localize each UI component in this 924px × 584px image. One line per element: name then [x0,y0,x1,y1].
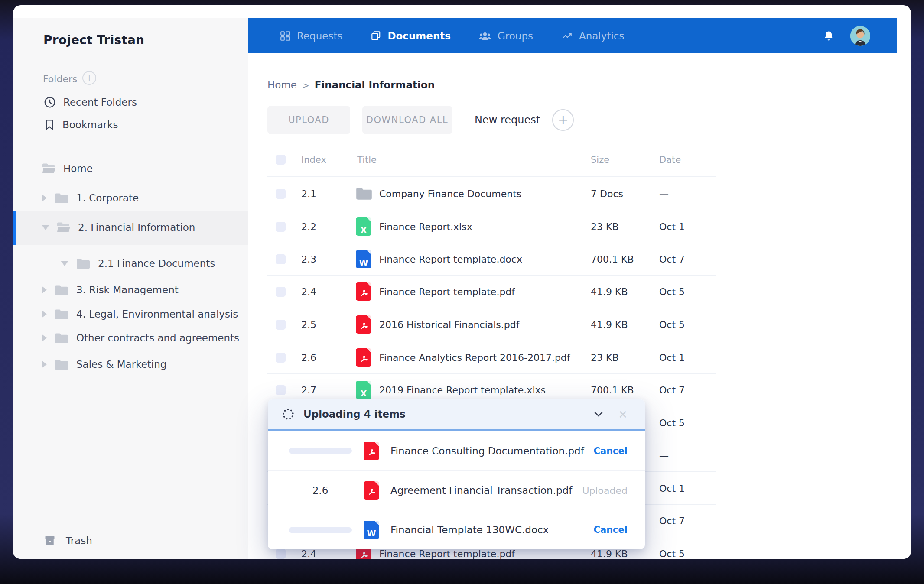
row-size: 700.1 KB [591,254,634,265]
tab-analytics[interactable]: Analytics [561,30,624,42]
row-date: — [659,188,669,199]
bell-icon[interactable] [823,29,835,42]
table-row[interactable]: 2.2 X Finance Report.xlsx 23 KB Oct 1 [248,210,716,243]
desktop-background: Project Tristan Folders + Recent Folders… [0,0,924,584]
upload-modal-header: Uploading 4 items ✕ [268,399,645,429]
main-content: Home > Financial Information UPLOAD DOWN… [248,53,911,559]
sidebar-item-bookmarks[interactable]: Bookmarks [43,116,118,134]
row-date: Oct 5 [659,286,685,297]
upload-item: 2.6 Agreement Financial Transaction.pdf … [268,470,645,510]
chevron-down-icon[interactable] [61,261,68,266]
tab-documents[interactable]: Documents [370,30,451,42]
row-title[interactable]: Finance Analytics Report 2016-2017.pdf [379,352,570,363]
sidebar-item-sales-marketing[interactable]: Sales & Marketing [42,355,166,374]
row-title[interactable]: 2019 Finance Report template.xlxs [379,385,546,396]
chevron-right-icon[interactable] [42,310,47,318]
row-size: 41.9 KB [591,548,628,559]
tab-groups[interactable]: Groups [478,30,533,42]
breadcrumb-current: Financial Information [315,79,435,91]
row-title[interactable]: Finance Report template.pdf [379,548,515,559]
avatar[interactable] [850,26,870,46]
download-all-button[interactable]: DOWNLOAD ALL [362,106,452,134]
row-checkbox[interactable] [276,222,286,232]
sidebar-item-risk-management[interactable]: 3. Risk Management [42,280,179,299]
sidebar-item-home[interactable]: Home [42,159,93,178]
table-row[interactable]: 2.4 Finance Report template.pdf 41.9 KB … [248,275,716,308]
select-all-checkbox[interactable] [276,155,286,165]
chevron-right-icon[interactable] [42,194,47,202]
chevron-down-icon[interactable] [42,225,49,230]
folder-icon [55,285,68,295]
sidebar-item-finance-documents[interactable]: 2.1 Finance Documents [61,254,215,273]
upload-button[interactable]: UPLOAD [267,106,350,134]
grid-icon [280,30,291,42]
top-nav: Requests Documents Groups Analytics [248,18,897,53]
sidebar-item-legal-environmental[interactable]: 4. Legal, Environmental analysis [42,305,238,324]
upload-file-name: Agreement Financial Transaction.pdf [390,485,572,496]
row-checkbox[interactable] [276,254,286,264]
table-row[interactable]: 2.3 W Finance Report template.docx 700.1… [248,243,716,276]
row-index: 2.5 [301,319,316,330]
row-date: Oct 5 [659,418,685,428]
row-checkbox[interactable] [276,320,286,330]
row-title[interactable]: Finance Report template.docx [379,254,522,265]
trash-icon [43,535,56,547]
row-date: Oct 7 [659,254,685,265]
tab-requests[interactable]: Requests [280,30,342,42]
sidebar: Project Tristan Folders + Recent Folders… [13,18,248,559]
row-date: Oct 7 [659,516,685,526]
close-icon[interactable]: ✕ [618,408,628,421]
row-checkbox[interactable] [276,549,286,559]
row-title[interactable]: Finance Report.xlsx [379,221,472,232]
pdf-file-icon [356,315,371,334]
table-row[interactable]: 2.1 Company Finance Documents 7 Docs — [248,177,716,210]
new-request-label: New request [475,114,540,126]
add-folder-button[interactable]: + [82,71,96,85]
row-index: 2.6 [301,352,316,363]
breadcrumb-home-link[interactable]: Home [267,79,297,91]
row-checkbox[interactable] [276,385,286,395]
row-title[interactable]: Company Finance Documents [379,188,521,199]
selected-row-accent-bar [13,211,16,245]
documents-icon [370,30,381,42]
sidebar-item-other-contracts[interactable]: Other contracts and agreements [42,328,239,347]
item-progress-track [289,527,352,533]
tab-label: Requests [297,30,342,42]
row-index: 2.1 [301,188,316,199]
tab-label: Groups [498,30,533,42]
row-checkbox[interactable] [276,353,286,363]
row-size: 700.1 KB [591,385,634,396]
row-checkbox[interactable] [276,287,286,297]
sidebar-item-trash[interactable]: Trash [43,532,92,550]
chevron-right-icon[interactable] [42,286,47,294]
row-checkbox[interactable] [276,189,286,199]
row-date: Oct 1 [659,352,685,363]
sidebar-item-financial-information[interactable]: 2. Financial Information [42,218,195,237]
cancel-upload-link[interactable]: Cancel [594,525,628,535]
folders-section-label: Folders [43,74,77,84]
sidebar-item-recent-folders[interactable]: Recent Folders [43,93,137,111]
table-row[interactable]: 2.5 2016 Historical Financials.pdf 41.9 … [248,308,716,341]
tab-label: Documents [387,30,451,42]
row-title[interactable]: Finance Report template.pdf [379,286,515,297]
table-header: Index Title Size Date [248,151,716,169]
chevron-right-icon[interactable] [42,360,47,368]
collapse-chevron-icon[interactable] [594,411,603,418]
cancel-upload-link[interactable]: Cancel [594,446,628,456]
row-size: 23 KB [591,221,619,232]
row-index: 2.2 [301,221,316,232]
bookmark-icon [43,118,55,131]
row-date: Oct 1 [659,483,685,494]
folder-open-icon [42,163,56,174]
sidebar-item-label: Recent Folders [63,97,137,108]
chevron-right-icon[interactable] [42,334,47,342]
pdf-file-icon [356,282,371,301]
row-title[interactable]: 2016 Historical Financials.pdf [379,319,520,330]
sidebar-item-corporate[interactable]: 1. Corporate [42,188,139,208]
row-index: 2.7 [301,385,316,396]
table-row[interactable]: 2.6 Finance Analytics Report 2016-2017.p… [248,341,716,374]
pdf-file-icon [364,481,379,500]
new-request[interactable]: New request + [475,106,574,134]
folder-icon [356,187,372,200]
plus-circle-icon[interactable]: + [552,109,574,131]
